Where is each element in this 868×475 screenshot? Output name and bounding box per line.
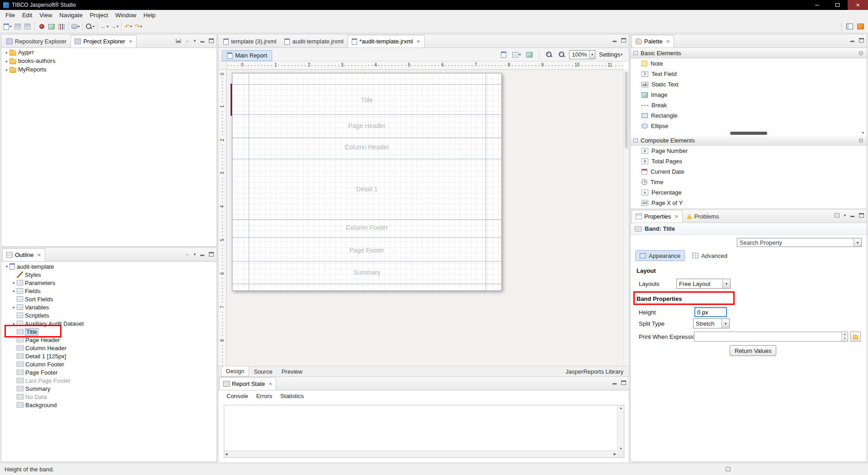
forward-button[interactable]: →▾: [109, 22, 119, 32]
main-report-tab[interactable]: Main Report: [222, 50, 272, 61]
progress-view-icon[interactable]: [726, 467, 731, 471]
height-input[interactable]: [694, 307, 727, 317]
outline-item-title[interactable]: Title: [1, 328, 217, 336]
tree-item-myreports[interactable]: ▸ MyReports: [1, 65, 217, 74]
band-separator[interactable]: [232, 238, 501, 238]
palette-item-note[interactable]: Note: [631, 58, 867, 69]
data-adapter-button[interactable]: ▾: [71, 22, 80, 32]
view-options-button[interactable]: ▾: [511, 50, 522, 60]
view-menu-icon[interactable]: ▾: [193, 252, 196, 256]
menu-view[interactable]: View: [36, 10, 56, 20]
tab-design[interactable]: Design: [221, 366, 249, 376]
tab-console[interactable]: Console: [223, 393, 252, 399]
outline-item-summary[interactable]: Summary: [1, 385, 217, 393]
band-summary[interactable]: Summary: [232, 269, 501, 276]
palette-item-total-pages[interactable]: #Total Pages: [631, 156, 867, 166]
band-column-footer[interactable]: Column Footer: [232, 224, 501, 231]
tab-errors[interactable]: Errors: [253, 393, 276, 399]
expand-arrow-icon[interactable]: ▸: [4, 67, 9, 72]
scroll-up-icon[interactable]: ▲: [619, 406, 623, 409]
palette-item-static-text[interactable]: abStatic Text: [631, 79, 867, 90]
drawer-pin-icon[interactable]: [859, 51, 863, 55]
menu-help[interactable]: Help: [140, 10, 159, 20]
outline-item-scriptlets[interactable]: Scriptlets: [1, 311, 217, 319]
tab-repository-explorer[interactable]: Repository Explorer: [2, 35, 71, 48]
band-page-header[interactable]: Page Header: [232, 122, 501, 129]
console-output[interactable]: ▲ ▼ ◀ ▶: [224, 405, 624, 458]
tab-appearance[interactable]: Appearance: [635, 250, 685, 261]
report-page[interactable]: Title Page Header Column Header Detail 1…: [232, 73, 502, 291]
scroll-down-icon[interactable]: ▼: [619, 447, 623, 450]
menu-edit[interactable]: Edit: [19, 10, 36, 20]
outline-item-fields[interactable]: ▸ Fields: [1, 287, 217, 295]
palette-item-percentage[interactable]: %Percentage: [631, 187, 867, 198]
outline-item-sort-fields[interactable]: Sort Fields: [1, 295, 217, 303]
close-icon[interactable]: ✕: [666, 39, 670, 44]
palette-item-text-field[interactable]: TText Field: [631, 69, 867, 79]
expand-arrow-icon[interactable]: ▸: [11, 289, 17, 293]
outline-item-no-data[interactable]: No Data: [1, 393, 217, 401]
close-icon[interactable]: ✕: [129, 39, 132, 44]
search-property-combo[interactable]: Search Property ▾: [737, 238, 862, 247]
new-report-button[interactable]: ▾: [3, 22, 13, 32]
search-button[interactable]: ▾: [85, 22, 95, 32]
tab-advanced[interactable]: Advanced: [688, 250, 732, 261]
close-icon[interactable]: ✕: [675, 214, 678, 219]
collapse-all-icon[interactable]: [176, 38, 181, 43]
save-all-button[interactable]: [23, 22, 33, 32]
drawer-pin-icon[interactable]: [859, 138, 863, 142]
band-separator[interactable]: [232, 138, 501, 138]
maximize-icon[interactable]: [209, 38, 214, 43]
tab-report-state[interactable]: Report State ✕: [219, 377, 276, 390]
debug-button[interactable]: [37, 22, 47, 32]
open-perspective-button[interactable]: [844, 22, 854, 32]
print-when-expression-input[interactable]: ▲▼: [694, 332, 848, 342]
link-with-editor-icon[interactable]: ↔: [185, 38, 189, 43]
chevron-down-icon[interactable]: ▾: [862, 131, 864, 135]
pin-editor-icon[interactable]: [835, 213, 840, 218]
maximize-icon[interactable]: [621, 380, 626, 385]
palette-drawer-basic[interactable]: Basic Elements: [631, 48, 867, 58]
outline-item-background[interactable]: Background: [1, 401, 217, 409]
spin-up-icon[interactable]: ▲: [842, 332, 848, 337]
outline-item-variables[interactable]: ▸ Variables: [1, 303, 217, 311]
outline-root[interactable]: ▾ audit-template: [1, 262, 217, 271]
band-column-header[interactable]: Column Header: [232, 143, 501, 151]
outline-item-page-header[interactable]: Page Header: [1, 336, 217, 344]
minimize-icon[interactable]: [200, 38, 205, 43]
expression-editor-button[interactable]: [850, 332, 861, 342]
tab-properties[interactable]: Properties ✕: [632, 210, 683, 223]
editor-tab-audit-template-dirty[interactable]: *audit-template.jrxml ✕: [348, 35, 425, 48]
expand-arrow-icon[interactable]: ▸: [11, 305, 17, 309]
palette-drawer-composite[interactable]: Composite Elements: [631, 135, 867, 146]
band-page-footer[interactable]: Page Footer: [232, 247, 501, 254]
outline-item-last-page-footer[interactable]: Last Page Footer: [1, 376, 217, 385]
split-type-select[interactable]: Stretch ▾: [693, 318, 730, 328]
minimize-window-button[interactable]: [807, 0, 827, 10]
tab-source[interactable]: Source: [249, 366, 277, 376]
close-window-button[interactable]: ✕: [848, 0, 868, 10]
editor-tab-audit-template[interactable]: audit-template.jrxml: [280, 35, 347, 48]
outline-item-page-footer[interactable]: Page Footer: [1, 368, 217, 376]
band-separator[interactable]: [232, 159, 501, 159]
tab-statistics[interactable]: Statistics: [277, 393, 307, 399]
outline-item-column-header[interactable]: Column Header: [1, 344, 217, 352]
close-icon[interactable]: ✕: [416, 39, 420, 44]
palette-item-page-number[interactable]: #Page Number: [631, 146, 867, 156]
minimize-icon[interactable]: [612, 380, 617, 385]
view-menu-icon[interactable]: ▾: [844, 213, 846, 218]
save-button[interactable]: [13, 22, 23, 32]
export-image-button[interactable]: [524, 50, 534, 60]
canvas-vertical-scrollbar[interactable]: [623, 70, 629, 366]
expand-arrow-icon[interactable]: ▸: [11, 280, 17, 285]
palette-item-time[interactable]: Time: [631, 177, 867, 187]
palette-item-image[interactable]: Image: [631, 90, 867, 100]
settings-dropdown[interactable]: Settings ▾: [598, 50, 623, 60]
chart-button[interactable]: [57, 22, 66, 32]
palette-item-current-date[interactable]: Current Date: [631, 166, 867, 177]
palette-item-ellipse[interactable]: Ellipse: [631, 121, 867, 131]
palette-item-rectangle[interactable]: Rectangle: [631, 110, 867, 121]
tree-item-audit[interactable]: ▸ Аудит: [1, 48, 217, 57]
maximize-icon[interactable]: [621, 38, 626, 43]
undo-button[interactable]: ↶▾: [123, 22, 133, 32]
